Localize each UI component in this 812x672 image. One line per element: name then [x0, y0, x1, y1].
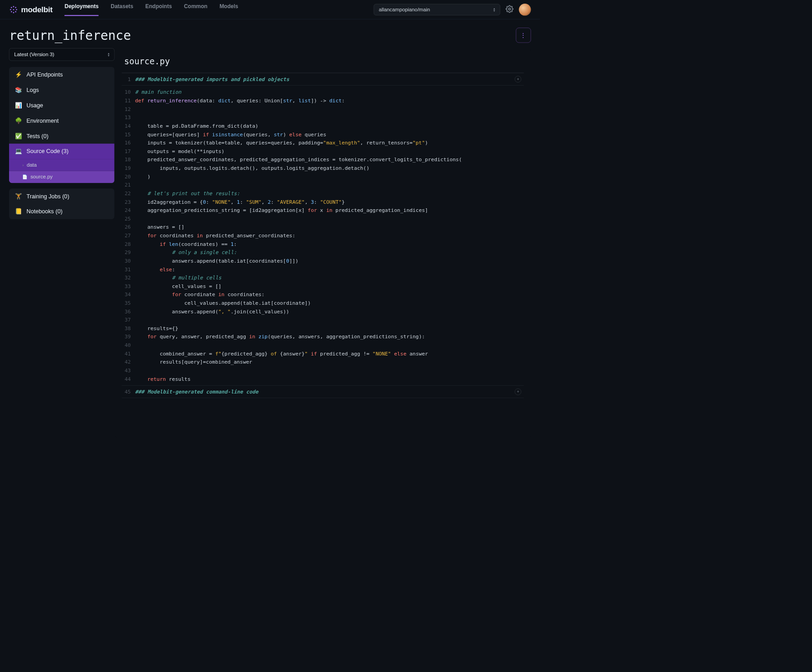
svg-point-0 — [11, 7, 12, 8]
line-number: 42 — [122, 358, 135, 366]
code-line[interactable]: 25 — [122, 214, 524, 223]
sidebar-label: Source Code (3) — [27, 148, 69, 155]
sidebar: Latest (Version 3) ▴▾ ⚡API Endpoints📚Log… — [9, 48, 115, 438]
sidebar-label: API Endpoints — [27, 71, 63, 78]
sidebar-item[interactable]: 🏋️Training Jobs (0) — [9, 188, 115, 204]
version-label: Latest (Version 3) — [14, 52, 54, 58]
line-number: 41 — [122, 349, 135, 358]
code-line[interactable]: 16 inputs = tokenizer(table=table, queri… — [122, 139, 524, 147]
nav-item-common[interactable]: Common — [184, 3, 208, 16]
line-number: 19 — [122, 164, 135, 173]
nav-item-endpoints[interactable]: Endpoints — [145, 3, 172, 16]
code-line[interactable]: 12 — [122, 105, 524, 113]
code-line[interactable]: 18 predicted_answer_coordinates, predict… — [122, 155, 524, 164]
code-line[interactable]: 42 results[query]=combined_answer — [122, 358, 524, 366]
code-line[interactable]: 32 # multiple cells — [122, 274, 524, 282]
sidebar-icon: 📚 — [15, 86, 22, 93]
expand-fold-icon[interactable]: + — [515, 76, 522, 83]
svg-point-5 — [16, 9, 17, 10]
code-fold-row[interactable]: 45### Modelbit-generated command-line co… — [122, 385, 524, 398]
line-number: 11 — [122, 96, 135, 105]
code-line[interactable]: 13 — [122, 113, 524, 122]
line-number: 27 — [122, 231, 135, 240]
branch-selector[interactable]: allancampopiano/main ▴▾ — [374, 4, 500, 15]
code-line[interactable]: 36 answers.append(", ".join(cell_values)… — [122, 307, 524, 316]
code-line[interactable]: 19 inputs, outputs.logits.detach(), outp… — [122, 164, 524, 173]
sidebar-sub-label: data — [27, 162, 37, 168]
code-line[interactable]: 10# main function — [122, 88, 524, 96]
sidebar-item[interactable]: 🌳Environment — [9, 113, 115, 128]
line-number: 24 — [122, 206, 135, 215]
code-line[interactable]: 33 cell_values = [] — [122, 282, 524, 290]
sidebar-group-primary: ⚡API Endpoints📚Logs📊Usage🌳Environment✅Te… — [9, 67, 115, 183]
code-line[interactable]: 41 combined_answer = f"{predicted_agg} o… — [122, 349, 524, 358]
code-editor[interactable]: 1### Modelbit-generated imports and pick… — [122, 72, 524, 398]
code-line[interactable]: 44 return results — [122, 374, 524, 383]
sidebar-icon: 🏋️ — [15, 193, 22, 200]
nav-item-datasets[interactable]: Datasets — [111, 3, 133, 16]
code-line[interactable]: 15 queries=[queries] if isinstance(queri… — [122, 130, 524, 139]
code-line[interactable]: 28 if len(coordinates) == 1: — [122, 240, 524, 248]
chevron-updown-icon: ▴▾ — [108, 52, 109, 57]
avatar[interactable] — [519, 4, 531, 16]
line-number: 36 — [122, 307, 135, 316]
svg-point-9 — [508, 8, 510, 10]
code-line[interactable]: 17 outputs = model(**inputs) — [122, 147, 524, 156]
sidebar-item[interactable]: ✅Tests (0) — [9, 128, 115, 144]
brand-logo-icon — [9, 5, 18, 14]
code-line[interactable]: 11def return_inference(data: dict, queri… — [122, 96, 524, 105]
sidebar-item[interactable]: 💻Source Code (3) — [9, 144, 115, 159]
sidebar-subitem[interactable]: 📄source.py — [9, 171, 115, 183]
sidebar-item[interactable]: 📚Logs — [9, 82, 115, 98]
line-number: 17 — [122, 147, 135, 156]
version-selector[interactable]: Latest (Version 3) ▴▾ — [9, 48, 115, 61]
code-line[interactable]: 24 aggregation_predictions_string = [id2… — [122, 206, 524, 215]
sidebar-item[interactable]: ⚡API Endpoints — [9, 67, 115, 82]
sidebar-subitem[interactable]: ›data — [9, 159, 115, 171]
more-menu-button[interactable]: ⋮ — [516, 28, 531, 43]
code-line[interactable]: 30 answers.append(table.iat[coordinates[… — [122, 257, 524, 265]
code-line[interactable]: 39 for query, answer, predicted_agg in z… — [122, 332, 524, 341]
code-line[interactable]: 26 answers = [] — [122, 223, 524, 231]
python-file-icon: 📄 — [22, 175, 27, 180]
code-line[interactable]: 34 for coordinate in coordinates: — [122, 290, 524, 299]
code-line[interactable]: 23 id2aggregation = {0: "NONE", 1: "SUM"… — [122, 197, 524, 206]
sidebar-label: Notebooks (0) — [27, 208, 63, 215]
line-number: 37 — [122, 316, 135, 324]
sidebar-icon: 🌳 — [15, 117, 22, 124]
code-line[interactable]: 31 else: — [122, 265, 524, 274]
sidebar-item[interactable]: 📒Notebooks (0) — [9, 204, 115, 219]
code-line[interactable]: 27 for coordinates in predicted_answer_c… — [122, 231, 524, 240]
code-line[interactable]: 38 results={} — [122, 324, 524, 333]
nav-item-models[interactable]: Models — [219, 3, 238, 16]
line-number: 33 — [122, 282, 135, 290]
code-line[interactable]: 29 # only a single cell: — [122, 248, 524, 257]
code-line[interactable]: 43 — [122, 366, 524, 375]
code-line[interactable]: 37 — [122, 316, 524, 324]
main: Latest (Version 3) ▴▾ ⚡API Endpoints📚Log… — [0, 48, 540, 446]
code-line[interactable]: 20 ) — [122, 172, 524, 181]
branch-name: allancampopiano/main — [379, 6, 430, 12]
code-line[interactable]: 14 table = pd.DataFrame.from_dict(data) — [122, 122, 524, 130]
sidebar-group-secondary: 🏋️Training Jobs (0)📒Notebooks (0) — [9, 188, 115, 219]
expand-fold-icon[interactable]: + — [515, 389, 522, 395]
code-fold-row[interactable]: 1### Modelbit-generated imports and pick… — [122, 73, 524, 86]
code-line[interactable]: 35 cell_values.append(table.iat[coordina… — [122, 299, 524, 307]
brand[interactable]: modelbit — [9, 5, 53, 14]
line-number: 34 — [122, 290, 135, 299]
content: source.py 1### Modelbit-generated import… — [115, 48, 531, 438]
svg-point-4 — [13, 9, 14, 10]
line-number: 13 — [122, 113, 135, 122]
line-number: 44 — [122, 374, 135, 383]
code-line[interactable]: 21 — [122, 181, 524, 189]
chevron-updown-icon: ▴▾ — [493, 7, 495, 12]
sidebar-icon: 📊 — [15, 102, 22, 109]
sidebar-item[interactable]: 📊Usage — [9, 97, 115, 113]
nav-item-deployments[interactable]: Deployments — [65, 3, 99, 16]
code-line[interactable]: 22 # let's print out the results: — [122, 189, 524, 198]
line-number: 31 — [122, 265, 135, 274]
gear-icon[interactable] — [506, 5, 513, 14]
page-title: return_inference — [9, 28, 131, 43]
code-line[interactable]: 40 — [122, 341, 524, 350]
filename: source.py — [122, 53, 524, 72]
